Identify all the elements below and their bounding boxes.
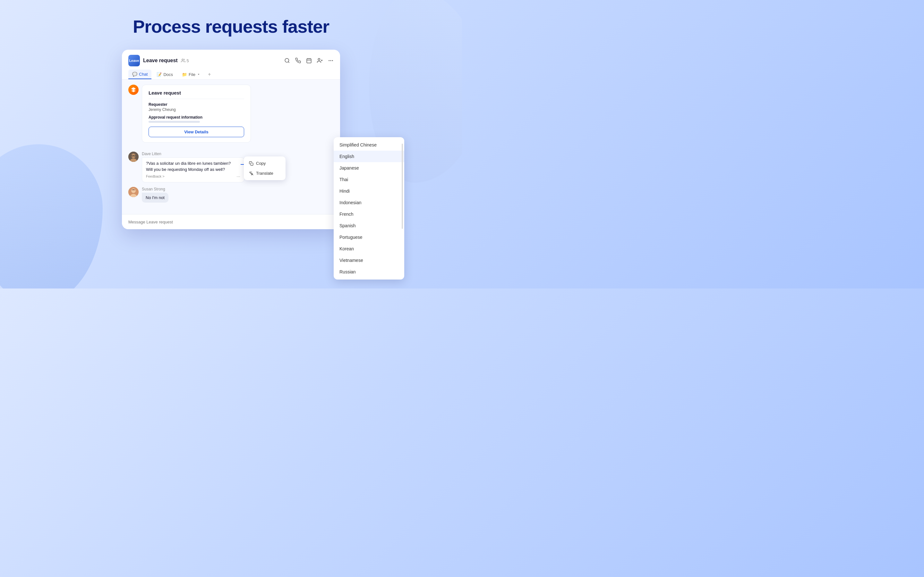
context-menu-copy[interactable]: Copy — [246, 158, 284, 168]
lang-korean[interactable]: Korean — [334, 243, 404, 255]
approval-bar — [149, 121, 200, 123]
message-bubble-dave: ?Vas a solicitar un dia libre en lunes t… — [142, 157, 244, 182]
chat-header: Leave Leave request 5 — [122, 50, 340, 79]
message-row-dave: Dave Litten ?Vas a solicitar un dia libr… — [128, 152, 334, 182]
requester-label: Requester — [149, 102, 244, 107]
message-content-dave: Dave Litten ?Vas a solicitar un dia libr… — [142, 152, 334, 182]
bg-curve-left — [0, 144, 103, 288]
chevron-down-icon — [197, 73, 200, 76]
translate-label: Translate — [256, 171, 273, 176]
chat-tab-label: Chat — [139, 72, 148, 77]
message-input[interactable] — [128, 219, 334, 224]
message-meta: Feedback > ··· — [146, 174, 240, 179]
copy-icon — [249, 161, 254, 166]
lang-indonesian[interactable]: Indonesian — [334, 197, 404, 208]
message-bubble-susan: No I'm not — [142, 193, 168, 203]
calendar-icon[interactable] — [306, 58, 312, 63]
search-icon[interactable] — [284, 58, 290, 63]
view-details-button[interactable]: View Details — [149, 127, 244, 137]
tab-docs[interactable]: 📝 Docs — [153, 69, 177, 79]
lang-japanese[interactable]: Japanese — [334, 162, 404, 174]
lang-english[interactable]: English — [334, 151, 404, 162]
file-tab-label: File — [189, 72, 195, 77]
translate-icon — [249, 171, 254, 176]
avatar-susan-image — [128, 187, 139, 197]
leave-card-content: Leave request Requester Jeremy Cheung Ap… — [142, 85, 251, 148]
lang-thai[interactable]: Thai — [334, 174, 404, 185]
sender-avatar-worki — [128, 85, 139, 95]
page-title: Process requests faster — [133, 16, 329, 37]
lang-french[interactable]: French — [334, 208, 404, 220]
tabs: 💬 Chat 📝 Docs 📁 File + — [128, 69, 334, 79]
more-icon[interactable] — [328, 58, 334, 63]
svg-point-11 — [329, 60, 330, 61]
svg-rect-2 — [307, 59, 311, 63]
tab-add[interactable]: + — [205, 69, 213, 79]
chat-tab-icon: 💬 — [132, 72, 137, 77]
divider-1 — [149, 99, 244, 99]
members-count: 5 — [187, 58, 189, 63]
svg-point-20 — [131, 189, 136, 193]
docs-tab-label: Docs — [163, 72, 173, 77]
message-input-area — [122, 214, 340, 229]
sender-name-susan: Susan Strong — [142, 187, 334, 191]
header-left: Leave Leave request 5 — [128, 55, 189, 66]
copy-label: Copy — [256, 161, 266, 166]
docs-tab-icon: 📝 — [157, 72, 162, 77]
svg-point-0 — [182, 59, 184, 61]
svg-point-1 — [285, 58, 289, 62]
avatar-dave — [128, 152, 139, 162]
requester-value: Jeremy Cheung — [149, 107, 244, 112]
header-actions — [284, 58, 334, 63]
language-dropdown: Simplified Chinese English Japanese Thai… — [334, 137, 404, 279]
lang-portuguese[interactable]: Portuguese — [334, 231, 404, 243]
main-card: Leave Leave request 5 — [122, 50, 340, 229]
sender-name-dave: Dave Litten — [142, 152, 334, 156]
header-top: Leave Leave request 5 — [128, 55, 334, 66]
tab-chat[interactable]: 💬 Chat — [128, 69, 152, 79]
channel-name: Leave request — [143, 58, 178, 63]
message-line-1: ?Vas a solicitar un dia libre en lunes t… — [146, 161, 240, 166]
svg-point-10 — [333, 60, 333, 61]
file-tab-icon: 📁 — [182, 72, 187, 77]
members-badge: 5 — [181, 58, 189, 63]
lang-hindi[interactable]: Hindi — [334, 185, 404, 197]
svg-point-9 — [330, 60, 331, 61]
chat-body: Leave request Requester Jeremy Cheung Ap… — [122, 79, 340, 214]
lang-vietnamese[interactable]: Vietnamese — [334, 255, 404, 266]
context-menu-translate[interactable]: Translate — [246, 168, 284, 178]
tab-file[interactable]: 📁 File — [178, 69, 204, 79]
dropdown-scrollbar — [402, 143, 403, 229]
call-icon[interactable] — [295, 58, 301, 63]
add-member-icon[interactable] — [317, 58, 323, 63]
context-menu: Copy Translate — [244, 156, 286, 180]
avatar-susan — [128, 187, 139, 197]
message-content-susan: Susan Strong No I'm not — [142, 187, 334, 203]
lang-spanish[interactable]: Spanish — [334, 220, 404, 231]
members-icon — [181, 58, 186, 63]
leave-card-title: Leave request — [149, 90, 244, 95]
message-row-susan: Susan Strong No I'm not — [128, 187, 334, 203]
leave-card-header: Leave request Requester Jeremy Cheung Ap… — [128, 85, 334, 148]
svg-point-6 — [318, 58, 320, 60]
message-more-icon[interactable]: ··· — [236, 174, 240, 179]
worki-icon — [131, 87, 136, 93]
lang-russian[interactable]: Russian — [334, 266, 404, 277]
feedback-link[interactable]: Feedback > — [146, 174, 165, 178]
channel-avatar: Leave — [128, 55, 140, 66]
svg-rect-18 — [250, 163, 253, 165]
message-line-2: Will you be requesting Monday off as wel… — [146, 167, 240, 172]
avatar-dave-image — [128, 152, 139, 162]
approval-label: Approval request information — [149, 115, 244, 119]
leave-request-card: Leave request Requester Jeremy Cheung Ap… — [142, 85, 251, 143]
lang-simplified-chinese[interactable]: Simplified Chinese — [334, 139, 404, 151]
